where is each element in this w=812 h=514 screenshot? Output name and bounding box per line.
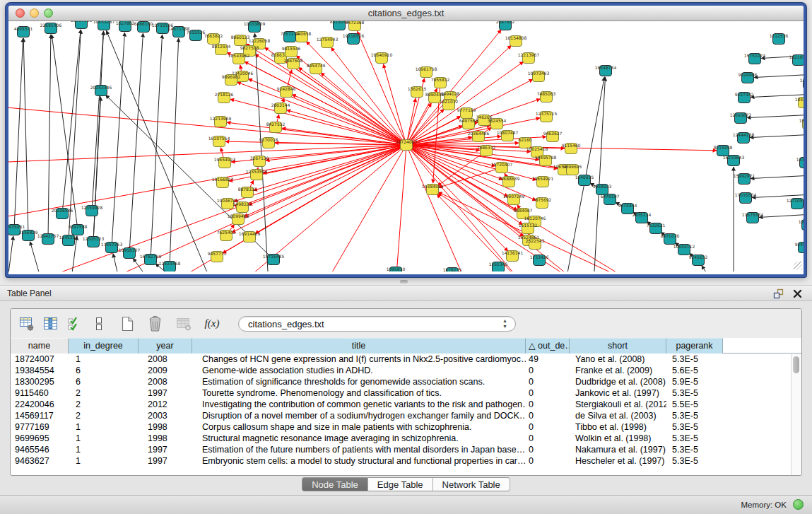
table-cell[interactable]: Investigating the contribution of common… (192, 399, 526, 410)
table-cell[interactable]: Genome-wide association studies in ADHD. (192, 365, 526, 376)
table-cell[interactable]: Tibbo et al. (1998) (570, 421, 666, 433)
table-cell[interactable]: Hescheler et al. (1997) (570, 455, 666, 467)
table-cell[interactable]: Dudbridge et al. (2008) (570, 376, 666, 387)
table-cell[interactable]: 5.3E-5 (666, 433, 723, 444)
table-cell[interactable]: Structural magnetic resonance image aver… (192, 433, 526, 444)
network-canvas[interactable]: 1872400789601231222605889129349827508818… (8, 21, 804, 271)
divider-grip-icon[interactable] (400, 280, 408, 284)
table-cell[interactable]: Yano et al. (2008) (570, 354, 666, 365)
table-cell[interactable]: 5.9E-5 (666, 376, 723, 387)
graph-node[interactable] (76, 21, 88, 29)
table-cell[interactable]: 9699695 (11, 433, 69, 444)
table-cell[interactable]: 0 (526, 365, 570, 376)
table-row[interactable]: 1872400712008Changes of HCN gene express… (11, 354, 801, 365)
table-cell[interactable]: 5.3E-5 (666, 455, 723, 467)
table-row[interactable]: 1456911722003Disruption of a novel membe… (11, 410, 801, 421)
function-builder-icon[interactable]: f(x) (201, 313, 223, 334)
split-divider[interactable] (0, 277, 812, 285)
table-row[interactable]: 1938455462009Genome-wide association stu… (11, 365, 801, 376)
table-cell[interactable]: Estimation of the future numbers of pati… (192, 444, 526, 455)
table-cell[interactable]: 9463627 (11, 455, 69, 467)
window-resize-grip[interactable] (794, 262, 802, 270)
table-cell[interactable]: 0 (526, 421, 570, 433)
table-cell[interactable]: 5.5E-5 (666, 399, 723, 410)
table-cell[interactable]: 9465546 (11, 444, 69, 455)
table-cell[interactable]: Franke et al. (2009) (570, 365, 666, 376)
tab-network-table[interactable]: Network Table (433, 477, 510, 491)
table-cell[interactable]: 5.3E-5 (666, 421, 723, 433)
table-cell[interactable]: 1 (69, 354, 139, 365)
new-table-icon[interactable] (117, 313, 138, 334)
network-view[interactable]: 1872400789601231222605889129349827508818… (8, 21, 804, 271)
table-cell[interactable]: Nakamura et al. (1997) (570, 444, 666, 455)
table-cell[interactable]: 0 (526, 410, 570, 421)
column-header-title[interactable]: title (192, 338, 526, 354)
table-cell[interactable]: 6 (69, 365, 139, 376)
table-cell[interactable]: 9777169 (11, 421, 69, 433)
column-header-name[interactable]: name (11, 338, 69, 354)
network-window[interactable]: citations_edges.txt 18724007896012312226… (6, 3, 806, 277)
float-panel-icon[interactable] (772, 288, 784, 300)
table-row[interactable]: 911546021997Tourette syndrome. Phenomeno… (11, 387, 801, 399)
column-header-year[interactable]: year (139, 338, 192, 354)
column-header-out_de[interactable]: △ out_de… (526, 338, 570, 354)
table-row[interactable]: 977716911998Corpus callosum shape and si… (11, 421, 801, 433)
table-cell[interactable]: 19384554 (11, 365, 69, 376)
table-cell[interactable]: 6 (69, 376, 139, 387)
table-settings-icon[interactable] (16, 313, 37, 334)
table-cell[interactable]: 1 (69, 455, 139, 467)
table-cell[interactable]: 2008 (139, 376, 192, 387)
table-cell[interactable]: Jankovic et al. (1997) (570, 387, 666, 399)
table-cell[interactable]: 1 (69, 421, 139, 433)
table-row[interactable]: 969969511998Structural magnetic resonanc… (11, 433, 801, 444)
table-cell[interactable]: 1 (69, 444, 139, 455)
minimize-button[interactable] (30, 8, 39, 18)
network-window-titlebar[interactable]: citations_edges.txt (8, 6, 804, 21)
memory-ok-indicator[interactable] (793, 499, 804, 510)
table-cell[interactable]: 0 (526, 433, 570, 444)
table-cell[interactable]: 2003 (139, 410, 192, 421)
close-button[interactable] (16, 8, 25, 18)
table-cell[interactable]: 1997 (139, 455, 192, 467)
tab-node-table[interactable]: Node Table (302, 477, 368, 491)
table-cell[interactable]: 1 (69, 433, 139, 444)
table-cell[interactable]: 5.6E-5 (666, 365, 723, 376)
table-cell[interactable]: 1998 (139, 433, 192, 444)
table-row[interactable]: 946362711997Embryonic stem cells: a mode… (11, 455, 801, 467)
tab-edge-table[interactable]: Edge Table (368, 477, 433, 491)
table-cell[interactable]: 0 (526, 376, 570, 387)
column-header-short[interactable]: short (570, 338, 666, 354)
table-cell[interactable]: Corpus callosum shape and size in male p… (192, 421, 526, 433)
row-height-icon[interactable] (88, 313, 110, 334)
table-cell[interactable]: 5.3E-5 (666, 444, 723, 455)
network-table-selector[interactable]: citations_edges.txt ▲▼ (238, 316, 516, 332)
column-header-in_degree[interactable]: in_degree (69, 338, 139, 354)
table-cell[interactable]: 2 (69, 399, 139, 410)
table-row[interactable]: 1830029562008Estimation of significance … (11, 376, 801, 387)
vertical-scrollbar[interactable] (791, 354, 801, 475)
scrollbar-thumb[interactable] (793, 356, 799, 373)
zoom-button[interactable] (44, 8, 53, 18)
table-panel-titlebar[interactable]: Table Panel (0, 285, 812, 301)
table-cell[interactable]: 2 (69, 410, 139, 421)
table-cell[interactable]: Changes of HCN gene expression and I(f) … (192, 354, 526, 365)
table-cell[interactable]: Wolkin et al. (1998) (570, 433, 666, 444)
table-cell[interactable]: 49 (526, 354, 570, 365)
table-cell[interactable]: de Silva et al. (2003) (570, 410, 666, 421)
table-cell[interactable]: 9115460 (11, 387, 69, 399)
table-cell[interactable]: 5.3E-5 (666, 410, 723, 421)
table-cell[interactable]: 0 (526, 387, 570, 399)
table-cell[interactable]: Embryonic stem cells: a model to study s… (192, 455, 526, 467)
table-cell[interactable]: Stergiakouli et al. (2012) (570, 399, 666, 410)
table-cell[interactable]: 0 (526, 444, 570, 455)
table-cell[interactable]: 5.3E-5 (666, 354, 723, 365)
delete-column-icon[interactable] (145, 313, 166, 334)
close-panel-icon[interactable] (792, 288, 804, 300)
table-cell[interactable]: 18724007 (11, 354, 69, 365)
table-cell[interactable]: 2012 (139, 399, 192, 410)
table-row[interactable]: 2242004622012Investigating the contribut… (11, 399, 801, 410)
table-cell[interactable]: 5.3E-5 (666, 387, 723, 399)
column-header-pagerank[interactable]: pagerank (666, 338, 723, 354)
table-cell[interactable]: 1998 (139, 421, 192, 433)
column-visibility-icon[interactable] (40, 313, 61, 334)
